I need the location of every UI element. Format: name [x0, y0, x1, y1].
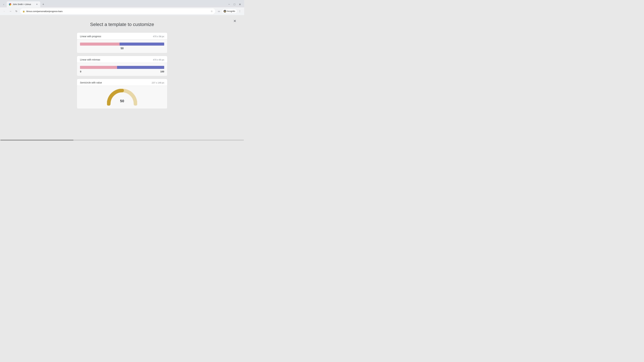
page-title: Select a template to customize [3, 22, 241, 27]
semicircle-preview: 50 [80, 89, 164, 106]
semicircle-svg: 50 [107, 89, 137, 106]
address-bar[interactable]: 🔒 litmus.com/personalize/progress-bars ☆ [20, 8, 215, 14]
lock-icon: 🔒 [22, 10, 25, 12]
page-content: ✕ Select a template to customize Linear … [0, 15, 244, 139]
template-card-header-1: Linear with progress 470 x 58 px [77, 33, 167, 39]
template-card-header-3: Semicircle with value 237 x 148 px [77, 79, 167, 86]
template-card-linear-progress[interactable]: Linear with progress 470 x 58 px 50 [77, 32, 167, 53]
progress-filled-1 [80, 42, 120, 45]
progress-value-1: 50 [80, 47, 164, 50]
progress-remaining-1 [120, 42, 164, 45]
progress-track-1 [80, 42, 164, 45]
template-size-2: 470 x 65 px [153, 58, 164, 61]
tab-favicon [9, 3, 12, 6]
incognito-label: Incognito [227, 10, 235, 12]
minmax-labels: 0 100 [80, 70, 164, 73]
close-window-button[interactable]: ✕ [238, 3, 242, 6]
templates-container: Linear with progress 470 x 58 px 50 Line… [77, 32, 167, 109]
back-button[interactable]: ← [2, 9, 7, 13]
window-controls: − □ ✕ [228, 3, 243, 6]
browser-scrollbar[interactable] [0, 139, 244, 141]
semicircle-value-text: 50 [120, 99, 124, 103]
template-size-1: 470 x 58 px [153, 35, 164, 38]
template-preview-2: 0 100 [77, 63, 167, 76]
template-preview-3: 50 [77, 86, 167, 109]
scrollbar-thumb[interactable] [0, 140, 74, 141]
template-card-header-2: Linear with minmax 470 x 65 px [77, 56, 167, 63]
template-name-3: Semicircle with value [80, 81, 102, 84]
semicircle-indicator [122, 90, 123, 91]
scrollbar-track[interactable] [0, 140, 244, 141]
favicon-icon [9, 3, 11, 5]
progress-bar-linear-1: 50 [80, 42, 164, 50]
template-name-1: Linear with progress [80, 35, 101, 38]
progress-filled-2 [80, 66, 117, 69]
progress-bar-linear-2: 0 100 [80, 66, 164, 73]
incognito-badge: 🕵 Incognito [222, 9, 237, 13]
browser-tab-bar: ‹ John Smith > Litmus ✕ + − □ ✕ [0, 0, 244, 7]
min-label: 0 [80, 70, 81, 73]
template-card-linear-minmax[interactable]: Linear with minmax 470 x 65 px 0 100 [77, 56, 167, 76]
template-name-2: Linear with minmax [80, 58, 100, 61]
cast-button[interactable]: ▭ [216, 9, 221, 13]
new-tab-button[interactable]: + [41, 2, 46, 7]
browser-toolbar-right: ▭ 🕵 Incognito ⋮ [216, 9, 242, 13]
max-label: 100 [160, 70, 164, 73]
template-preview-1: 50 [77, 39, 167, 53]
tab-title: John Smith > Litmus [13, 3, 34, 5]
browser-chrome: ‹ John Smith > Litmus ✕ + − □ ✕ ← → ↻ 🔒 … [0, 0, 244, 15]
refresh-button[interactable]: ↻ [14, 9, 19, 13]
template-size-3: 237 x 148 px [152, 81, 164, 84]
incognito-icon: 🕵 [224, 10, 226, 12]
template-card-semicircle[interactable]: Semicircle with value 237 x 148 px 50 [77, 79, 167, 109]
browser-address-bar: ← → ↻ 🔒 litmus.com/personalize/progress-… [0, 7, 244, 15]
more-options-button[interactable]: ⋮ [238, 9, 242, 13]
browser-tab-active[interactable]: John Smith > Litmus ✕ [7, 1, 40, 7]
tab-close-button[interactable]: ✕ [36, 3, 38, 6]
forward-button[interactable]: → [8, 9, 13, 13]
bookmark-icon[interactable]: ☆ [211, 10, 213, 12]
tab-arrow-left[interactable]: ‹ [1, 2, 6, 7]
progress-remaining-2 [117, 66, 164, 69]
minimize-button[interactable]: − [228, 3, 231, 6]
maximize-button[interactable]: □ [233, 3, 236, 6]
close-dialog-button[interactable]: ✕ [232, 18, 238, 24]
url-text: litmus.com/personalize/progress-bars [26, 10, 209, 12]
progress-track-2 [80, 66, 164, 69]
